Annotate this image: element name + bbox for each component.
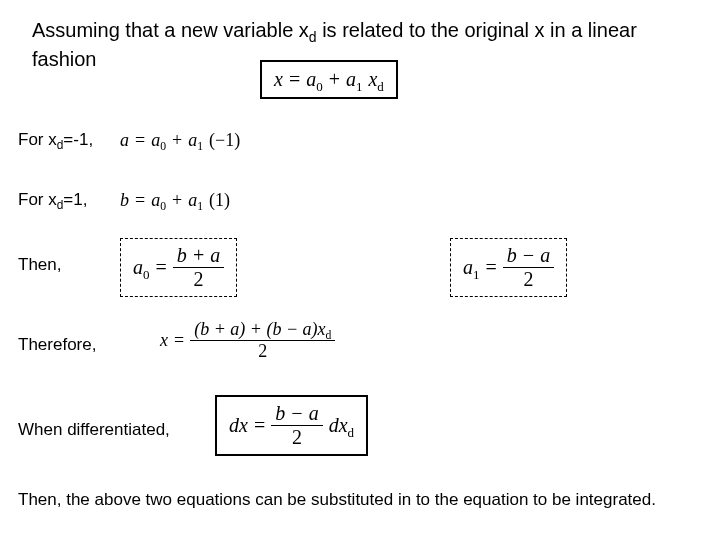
row-then: Then, <box>18 255 61 275</box>
intro-sub: d <box>309 29 317 45</box>
row-therefore: Therefore, <box>18 335 96 355</box>
eq-a0-frac: b + a 2 <box>173 245 225 290</box>
eq-main-a0: a0 <box>306 68 323 91</box>
eq-main-lhs: x <box>274 68 283 91</box>
lead-for-neg: For xd=-1, <box>18 130 93 152</box>
lead-then: Then, <box>18 255 61 275</box>
row-for-pos: For xd=1, <box>18 190 87 212</box>
eq-main-a1: a1 <box>346 68 363 91</box>
eq-a1-box: a1 = b − a 2 <box>450 238 567 297</box>
final-text: Then, the above two equations can be sub… <box>18 490 656 510</box>
lead-for-pos: For xd=1, <box>18 190 87 212</box>
eq-main-eq: = <box>289 68 300 91</box>
lead-diff: When differentiated, <box>18 420 170 440</box>
eq-a0: a0 = b + a 2 <box>133 245 224 290</box>
eq-x-expand: x = (b + a) + (b − a)xd 2 <box>160 320 335 361</box>
eq-dx-box: dx = b − a 2 dxd <box>215 395 368 456</box>
eq-main-plus: + <box>329 68 340 91</box>
eq-case-pos: b = a0 + a1 (1) <box>120 190 230 211</box>
slide: Assuming that a new variable xd is relat… <box>0 0 720 540</box>
eq-x-frac: (b + a) + (b − a)xd 2 <box>190 320 335 361</box>
eq-main-box: x = a0 + a1 xd <box>260 60 398 99</box>
row-for-neg: For xd=-1, <box>18 130 93 152</box>
eq-case-neg: a = a0 + a1 (−1) <box>120 130 240 151</box>
eq-a1: a1 = b − a 2 <box>463 245 554 290</box>
row-diff: When differentiated, <box>18 420 170 440</box>
eq-dx-frac: b − a 2 <box>271 403 323 448</box>
eq-dx: dx = b − a 2 dxd <box>229 403 354 448</box>
eq-main-xd: xd <box>368 68 383 91</box>
eq-main: x = a0 + a1 xd <box>274 68 384 91</box>
eq-a1-frac: b − a 2 <box>503 245 555 290</box>
lead-therefore: Therefore, <box>18 335 96 355</box>
eq-a0-box: a0 = b + a 2 <box>120 238 237 297</box>
